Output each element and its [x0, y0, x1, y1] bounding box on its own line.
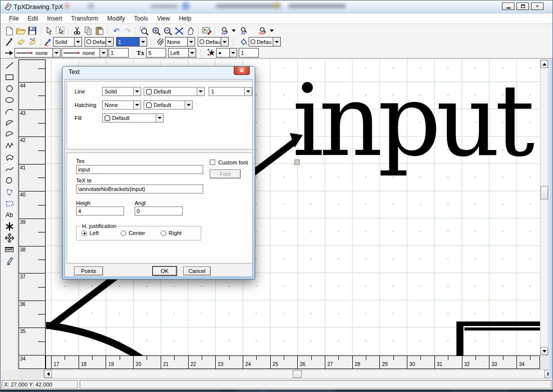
zoom-in-button[interactable]: [150, 26, 162, 36]
dropdown-button[interactable]: [74, 38, 82, 46]
dropdown-button[interactable]: [273, 38, 280, 46]
preview-button[interactable]: [201, 26, 213, 36]
font-button[interactable]: Font: [210, 170, 241, 178]
cancel-button[interactable]: Cancel: [183, 266, 211, 276]
text-justify-select[interactable]: Left: [168, 48, 196, 58]
vertical-scrollbar[interactable]: [540, 60, 548, 356]
zoom-fit-button[interactable]: [173, 26, 185, 36]
copy-button[interactable]: [83, 26, 94, 36]
hatch-color-select[interactable]: Defau: [198, 37, 229, 46]
marker-size-input[interactable]: 1: [239, 48, 259, 58]
redo-button[interactable]: ↷: [122, 26, 134, 36]
default-properties-button[interactable]: [15, 37, 27, 47]
ps-dropdown[interactable]: [250, 26, 256, 36]
dropdown-button[interactable]: [106, 38, 113, 46]
dialog-close-button[interactable]: ✕: [234, 66, 250, 75]
dropdown-button[interactable]: [197, 88, 204, 96]
menu-transform[interactable]: Transform: [67, 14, 103, 23]
view-pdf-button[interactable]: PDF: [256, 26, 269, 36]
marker-style-select[interactable]: ●: [216, 48, 237, 58]
dropdown-button[interactable]: [156, 114, 163, 122]
justify-right-radio[interactable]: Right: [161, 230, 182, 236]
dropdown-button[interactable]: [188, 48, 196, 57]
dropdown-button[interactable]: [187, 38, 195, 46]
view-ps-button[interactable]: PS: [237, 26, 250, 36]
zoom-out-button[interactable]: [162, 26, 173, 36]
dropdown-button[interactable]: [100, 48, 107, 57]
selection-handle[interactable]: [294, 160, 300, 165]
text-tool[interactable]: Ab: [3, 209, 17, 220]
menu-edit[interactable]: Edit: [23, 14, 43, 23]
dropdown-button[interactable]: [133, 88, 141, 96]
segment-tool[interactable]: [3, 128, 17, 140]
arrow-begin-select[interactable]: none: [15, 48, 61, 58]
cut-button[interactable]: [71, 26, 83, 36]
text-size-input[interactable]: 5: [146, 48, 166, 58]
text-input[interactable]: input: [76, 165, 203, 174]
zoom-area-button[interactable]: [139, 26, 150, 36]
arrow-end-select[interactable]: none: [62, 48, 108, 58]
bezier-path-tool[interactable]: [3, 186, 17, 198]
menu-help[interactable]: Help: [174, 14, 196, 23]
height-input[interactable]: 4: [76, 206, 124, 216]
dialog-fill-color-select[interactable]: Default: [102, 114, 164, 122]
menu-insert[interactable]: Insert: [43, 14, 67, 23]
menu-tools[interactable]: Tools: [130, 14, 153, 23]
fill-color-select[interactable]: Defau: [249, 37, 281, 46]
tex-text-input[interactable]: \annotateNoBrackets{input}: [76, 184, 203, 194]
freehand-tool[interactable]: [3, 255, 17, 266]
pan-button[interactable]: [185, 26, 196, 36]
select-tool-button[interactable]: [43, 26, 55, 36]
title-bar[interactable]: TpXDrawing.TpX ×: [1, 0, 552, 14]
dialog-line-color-select[interactable]: Default: [144, 87, 205, 96]
dropdown-button[interactable]: [229, 48, 237, 57]
dropdown-button[interactable]: [139, 38, 147, 46]
dialog-line-width-select[interactable]: 1: [209, 87, 252, 96]
arrow-size-input[interactable]: 1: [109, 48, 129, 58]
new-file-button[interactable]: [4, 26, 15, 36]
select-area-button[interactable]: [55, 26, 66, 36]
menu-modify[interactable]: Modify: [103, 14, 129, 23]
apply-properties-button[interactable]: [27, 37, 38, 47]
line-style-select[interactable]: Solid: [53, 37, 82, 46]
dvi-dropdown[interactable]: [231, 26, 237, 36]
horizontal-scroll-thumb[interactable]: [293, 370, 302, 378]
vertical-scroll-thumb[interactable]: [540, 186, 548, 200]
view-dvi-button[interactable]: DVI: [218, 26, 231, 36]
bitmap-tool[interactable]: BMP: [3, 244, 17, 255]
dropdown-button[interactable]: [221, 38, 228, 46]
horizontal-scrollbar[interactable]: [44, 370, 553, 378]
scroll-left-button[interactable]: [44, 370, 52, 378]
circle-tool[interactable]: [3, 82, 17, 94]
curve-tool[interactable]: [3, 163, 17, 174]
points-button[interactable]: Points: [74, 266, 103, 276]
polyline-tool[interactable]: [3, 140, 17, 152]
close-button[interactable]: ×: [531, 2, 543, 10]
arc-tool[interactable]: [3, 106, 17, 117]
maximize-button[interactable]: [516, 2, 529, 10]
star-tool[interactable]: [3, 220, 17, 232]
dropdown-button[interactable]: [133, 101, 141, 109]
pdf-dropdown[interactable]: [269, 26, 275, 36]
ellipse-tool[interactable]: [3, 94, 17, 106]
scroll-up-button[interactable]: [540, 60, 548, 68]
dropdown-button[interactable]: [53, 48, 60, 57]
rectangle-tool[interactable]: [3, 71, 17, 82]
custom-font-checkbox[interactable]: [210, 160, 215, 165]
line-width-select[interactable]: 1: [116, 37, 147, 46]
canvas-text-object[interactable]: input: [292, 72, 530, 170]
closed-bezier-tool[interactable]: [3, 198, 17, 209]
dropdown-button[interactable]: [185, 101, 192, 109]
undo-button[interactable]: ↶: [111, 26, 122, 36]
dialog-hatch-color-select[interactable]: Default: [144, 100, 193, 110]
pick-properties-button[interactable]: [4, 37, 15, 47]
paste-button[interactable]: [94, 26, 106, 36]
justify-left-radio[interactable]: Left: [82, 230, 99, 236]
minimize-button[interactable]: [502, 2, 514, 10]
line-tool[interactable]: [3, 60, 17, 71]
scroll-down-button[interactable]: [540, 347, 548, 355]
menu-view[interactable]: View: [153, 14, 175, 23]
closed-curve-tool[interactable]: [3, 174, 17, 186]
sector-tool[interactable]: [3, 117, 17, 128]
ok-button[interactable]: OK: [153, 266, 177, 276]
